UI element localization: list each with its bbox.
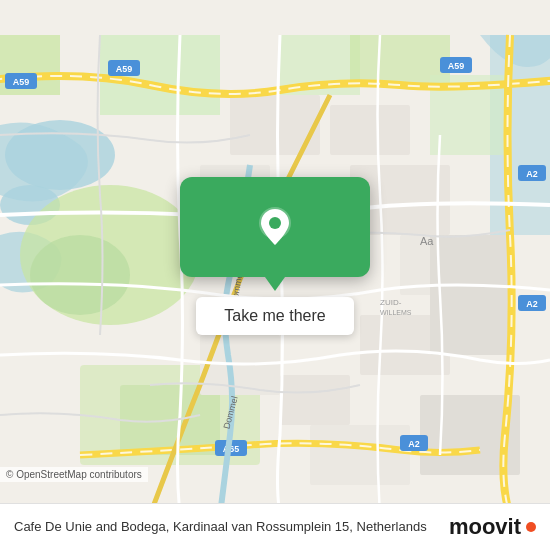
- moovit-dot: [526, 522, 536, 532]
- map-attribution: © OpenStreetMap contributors: [0, 467, 148, 482]
- svg-text:A2: A2: [408, 439, 420, 449]
- map-popup: Take me there: [180, 177, 370, 335]
- svg-text:A2: A2: [526, 299, 538, 309]
- moovit-logo: moovit: [449, 514, 536, 540]
- svg-text:A59: A59: [116, 64, 133, 74]
- svg-rect-14: [330, 105, 410, 155]
- svg-text:A59: A59: [13, 77, 30, 87]
- svg-text:WILLEMS: WILLEMS: [380, 309, 412, 316]
- location-pin-icon: [253, 205, 297, 249]
- svg-point-45: [269, 217, 281, 229]
- svg-text:ZUID-: ZUID-: [380, 298, 402, 307]
- place-name: Cafe De Unie and Bodega, Kardinaal van R…: [14, 518, 427, 536]
- popup-card: [180, 177, 370, 277]
- moovit-logo-text: moovit: [449, 514, 521, 540]
- svg-text:Aa: Aa: [420, 235, 434, 247]
- bottom-bar: Cafe De Unie and Bodega, Kardinaal van R…: [0, 503, 550, 550]
- map-container: A59 A59 A59 A2 A2 A65 A2 Dommel Dommel: [0, 0, 550, 550]
- svg-text:A59: A59: [448, 61, 465, 71]
- svg-rect-21: [280, 375, 350, 425]
- take-me-there-button[interactable]: Take me there: [196, 297, 353, 335]
- svg-rect-22: [310, 425, 410, 485]
- svg-point-10: [30, 235, 130, 315]
- svg-text:A2: A2: [526, 169, 538, 179]
